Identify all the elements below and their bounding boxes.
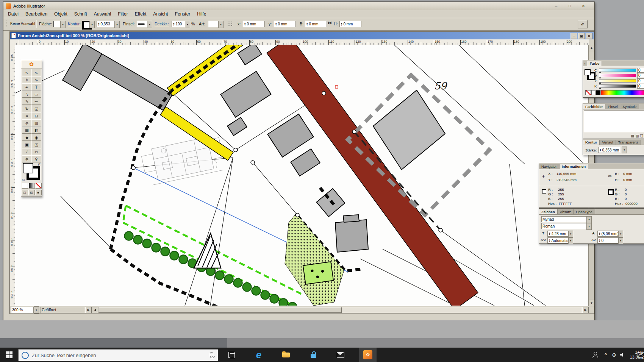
height-field[interactable]: ▲▼0 mm	[339, 21, 361, 27]
canvas[interactable]: 59	[15, 45, 589, 306]
align-grid-icon[interactable]	[227, 21, 233, 27]
site-plan-artboard[interactable]: 59	[15, 45, 588, 306]
network-button[interactable]: ⊕	[610, 348, 618, 362]
action-center-button[interactable]	[636, 348, 644, 362]
swatch-options-icon[interactable]: ▥	[636, 134, 639, 138]
tab-verlauf[interactable]: Verlauf	[600, 140, 616, 145]
black-slider[interactable]	[599, 84, 636, 88]
tab-farbfelder[interactable]: Farbfelder	[583, 104, 605, 109]
scroll-down-button[interactable]: ▼	[589, 300, 594, 306]
none-swatch[interactable]	[585, 90, 591, 95]
symbol-sprayer-tool[interactable]: ❉	[22, 119, 32, 126]
font-style-field[interactable]: Roman	[541, 223, 588, 229]
tab-absatz[interactable]: Absatz	[558, 209, 574, 214]
brush-dropdown[interactable]: ▾	[147, 21, 152, 28]
tray-overflow-button[interactable]: ^	[602, 348, 610, 362]
slice-tool[interactable]: ∕	[22, 148, 32, 155]
swatch-kinds-icon[interactable]: ▤	[631, 134, 635, 138]
fill-swatch[interactable]	[53, 21, 61, 27]
menu-item[interactable]: Auswahl	[94, 11, 111, 17]
menu-item[interactable]: Effekt	[135, 11, 146, 17]
opacity-dropdown[interactable]: ▾	[185, 21, 190, 28]
ruler-origin[interactable]	[10, 39, 16, 45]
task-view-button[interactable]	[223, 348, 240, 362]
line-segment-tool[interactable]: ∖	[22, 90, 32, 98]
dotted-green-area[interactable]	[285, 214, 344, 306]
magenta-value[interactable]: 0	[637, 73, 644, 78]
blend-tool[interactable]: ◉	[31, 134, 41, 141]
kerning-dropdown[interactable]: ▾	[568, 237, 573, 244]
magic-wand-tool[interactable]: ✳	[22, 76, 32, 83]
opacity-field[interactable]: ▲▼ 100	[172, 21, 187, 27]
mail-button[interactable]	[332, 348, 349, 362]
menu-item[interactable]: Objekt	[54, 11, 67, 17]
kerning-field[interactable]: ▲▼Automatisch	[547, 237, 570, 243]
cyan-value[interactable]: 0	[637, 68, 644, 73]
stroke-width-dropdown[interactable]: ▾	[114, 21, 120, 28]
scroll-left-button[interactable]: ◀	[92, 307, 98, 313]
opacity-label[interactable]: Deckkr.:	[155, 22, 169, 26]
zoom-dropdown[interactable]: ▾	[34, 306, 39, 314]
store-button[interactable]	[305, 348, 322, 362]
status-expand-button[interactable]: ▶	[85, 307, 92, 313]
horizontal-scroll-thumb[interactable]	[98, 307, 342, 313]
toolbar-grip[interactable]	[6, 20, 8, 27]
green-building[interactable]	[303, 262, 333, 284]
fullscreen-button[interactable]: ■	[35, 190, 42, 195]
lasso-tool[interactable]: ∿	[31, 76, 41, 83]
selection-tool[interactable]: ↖	[22, 69, 32, 76]
font-family-dropdown[interactable]: ▾	[586, 216, 592, 223]
direct-selection-tool[interactable]: ⇖	[31, 69, 41, 76]
black-value[interactable]: 0	[637, 84, 644, 89]
menu-item[interactable]: Ansicht	[153, 11, 168, 17]
color-button[interactable]	[22, 183, 28, 189]
swatch-list-area[interactable]	[584, 110, 644, 132]
zoom-level-field[interactable]: 300 %	[11, 307, 34, 313]
horizontal-ruler[interactable]: 0102030405060708090100110120130140150160…	[15, 39, 589, 45]
yellow-value[interactable]: 0	[637, 78, 644, 83]
tracking-field[interactable]: ▲▼0	[597, 237, 620, 243]
scissors-tool[interactable]: ✂	[31, 148, 41, 155]
mini-fill-swatch[interactable]	[585, 69, 591, 75]
none-button[interactable]	[35, 183, 42, 189]
pen-tool[interactable]: ✒	[22, 83, 32, 90]
menu-item[interactable]: Filter	[118, 11, 128, 17]
menu-item[interactable]: Hilfe	[197, 11, 206, 17]
doc-minimize-button[interactable]: ─	[571, 33, 577, 39]
red-anchor[interactable]	[335, 86, 338, 88]
taskbar-search[interactable]: Zur Suche Text hier eingeben	[18, 349, 218, 361]
type-tool[interactable]: T	[31, 83, 41, 90]
stroke-label[interactable]: Kontur:	[68, 22, 81, 26]
tab-kontur[interactable]: Kontur	[583, 140, 600, 145]
stroke-dropdown-arrow[interactable]: ▾	[89, 21, 95, 28]
eyedropper-tool[interactable]: ◆	[22, 134, 32, 141]
live-paint-selection-tool[interactable]: ◳	[31, 141, 41, 148]
tracking-dropdown[interactable]: ▾	[618, 237, 623, 244]
minimize-button[interactable]: ─	[550, 3, 562, 9]
y-field[interactable]: ▲▼0 mm	[274, 21, 296, 27]
gradient-tool[interactable]: ◧	[31, 126, 41, 134]
leading-dropdown[interactable]: ▾	[618, 231, 623, 237]
menu-item[interactable]: Schrift	[74, 11, 87, 17]
toolbox-header[interactable]: ✿	[21, 60, 42, 69]
font-style-dropdown[interactable]: ▾	[586, 223, 592, 230]
start-button[interactable]	[0, 348, 18, 362]
font-size-field[interactable]: ▲▼4,23 mm	[547, 231, 570, 237]
font-size-dropdown[interactable]: ▾	[568, 231, 573, 237]
menu-item[interactable]: Datei	[8, 11, 19, 17]
white-swatch[interactable]	[591, 90, 596, 95]
close-button[interactable]: ✕	[578, 3, 589, 9]
doc-restore-button[interactable]: ▣	[578, 33, 585, 39]
default-fill-stroke-icon[interactable]: ◱	[22, 178, 25, 181]
scale-tool[interactable]: ◱	[31, 105, 41, 112]
cyan-slider[interactable]	[599, 69, 636, 72]
spectrum-bar[interactable]	[600, 90, 644, 95]
illustrator-taskbar-button[interactable]: ✿	[359, 348, 377, 362]
plot-number-59[interactable]: 59	[434, 80, 448, 92]
tab-navigator[interactable]: Navigator	[539, 164, 560, 169]
leading-field[interactable]: ▲▼(5,08 mm)	[597, 231, 620, 237]
document-titlebar[interactable]: Forum Ansicht2neu.pdf bei 300 % (RGB/Ori…	[10, 32, 594, 39]
resize-grip[interactable]	[589, 307, 594, 313]
tab-transparenz[interactable]: Transparenz	[616, 140, 641, 145]
link-icon[interactable]: ⧓	[328, 20, 332, 25]
